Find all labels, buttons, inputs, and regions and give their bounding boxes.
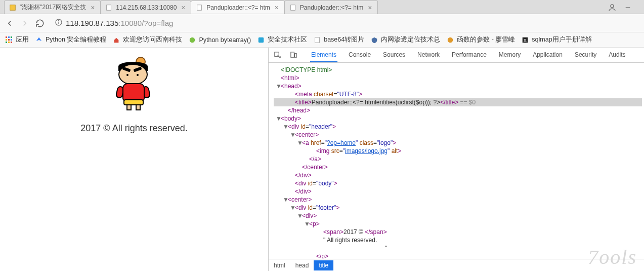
svg-rect-11 <box>11 36 12 38</box>
svg-rect-20 <box>315 37 320 43</box>
svg-rect-1 <box>107 5 111 10</box>
devtools-tab-security[interactable]: Security <box>574 48 597 62</box>
svg-rect-16 <box>8 42 10 43</box>
svg-point-8 <box>58 20 59 21</box>
forward-icon[interactable] <box>20 19 29 28</box>
reload-icon[interactable] <box>35 19 45 28</box>
devtools-panel: Elements Console Sources Network Perform… <box>268 48 644 271</box>
devtools-tab-performance[interactable]: Performance <box>451 48 488 62</box>
svg-point-18 <box>190 37 195 43</box>
favicon-icon <box>9 4 17 12</box>
svg-point-4 <box>611 5 614 8</box>
dom-tree[interactable]: <!DOCTYPE html> <html> ▼<head> <meta cha… <box>269 63 644 259</box>
svg-rect-10 <box>8 36 10 38</box>
browser-tab[interactable]: 114.215.68.133:10080 × <box>100 1 191 14</box>
svg-rect-3 <box>290 5 295 10</box>
tab-title: Panduploader::<?= htm <box>300 4 363 11</box>
tab-title: 114.215.68.133:10080 <box>116 4 177 11</box>
devtools-tab-elements[interactable]: Elements <box>310 48 337 62</box>
crumb-html[interactable]: html <box>269 260 290 270</box>
bookmark-item[interactable]: Python bytearray() <box>188 36 251 44</box>
svg-rect-26 <box>294 53 296 57</box>
close-icon[interactable]: × <box>273 4 280 12</box>
bookmark-icon <box>313 36 321 44</box>
bookmark-item[interactable]: 欢迎您访问西南科技 <box>112 35 182 44</box>
browser-tab[interactable]: "湖湘杯"2017网络安全技 × <box>4 1 101 14</box>
page-content: 2017 © All rights reserved. <box>0 48 268 271</box>
back-icon[interactable] <box>5 19 14 28</box>
apps-button[interactable]: 应用 <box>5 35 29 44</box>
close-icon[interactable]: × <box>180 4 187 12</box>
svg-rect-0 <box>10 5 16 10</box>
svg-rect-13 <box>8 39 10 41</box>
browser-tab-strip: "湖湘杯"2017网络安全技 × 114.215.68.133:10080 × … <box>0 0 644 14</box>
crumb-head[interactable]: head <box>290 260 314 270</box>
bookmark-icon <box>112 36 120 44</box>
devtools-tab-sources[interactable]: Sources <box>382 48 406 62</box>
close-icon[interactable]: × <box>366 4 373 12</box>
bookmark-item[interactable]: 内网渗透定位技术总 <box>370 35 440 44</box>
bookmark-item[interactable]: Python 安全编程教程 <box>35 35 106 44</box>
favicon-icon <box>289 4 297 12</box>
breadcrumb: html head title <box>269 259 644 271</box>
devtools-tab-console[interactable]: Console <box>348 48 372 62</box>
crumb-title[interactable]: title <box>314 260 333 270</box>
svg-rect-17 <box>11 42 12 43</box>
devtools-tab-audits[interactable]: Audits <box>608 48 626 62</box>
svg-text:S: S <box>524 37 527 43</box>
selected-dom-node[interactable]: …<title>Panduploader::<?= htmlentities(u… <box>274 98 642 106</box>
navigation-bar: 118.190.87.135:10080/?op=flag <box>0 14 644 32</box>
user-icon[interactable] <box>608 3 615 10</box>
devtools-toolbar: Elements Console Sources Network Perform… <box>269 48 644 63</box>
tab-title: Panduploader::<?= htm <box>206 4 270 11</box>
devtools-tabs: Elements Console Sources Network Perform… <box>310 48 627 62</box>
favicon-icon <box>195 4 203 12</box>
bookmark-item[interactable]: 函数的参数 - 廖雪峰 <box>446 35 515 44</box>
devtools-tab-network[interactable]: Network <box>416 48 441 62</box>
browser-tab-active[interactable]: Panduploader::<?= htm × <box>191 1 284 14</box>
bookmark-icon: S <box>521 36 529 44</box>
minimize-icon[interactable] <box>625 3 632 10</box>
bookmark-icon <box>446 36 454 44</box>
svg-rect-14 <box>11 39 12 41</box>
devtools-tab-memory[interactable]: Memory <box>498 48 522 62</box>
bookmarks-bar: 应用 Python 安全编程教程 欢迎您访问西南科技 Python bytear… <box>0 32 644 48</box>
bookmark-icon <box>35 36 43 44</box>
svg-rect-19 <box>259 37 264 43</box>
svg-rect-2 <box>197 5 202 10</box>
devtools-tab-application[interactable]: Application <box>532 48 564 62</box>
device-icon[interactable] <box>290 51 298 59</box>
bookmark-item[interactable]: Ssqlmap用户手册详解 <box>521 35 591 44</box>
apps-label: 应用 <box>16 35 29 44</box>
apps-icon <box>5 36 13 44</box>
bookmark-icon <box>370 36 378 44</box>
bookmark-icon <box>257 36 265 44</box>
bookmark-icon <box>188 36 196 44</box>
inspect-icon[interactable] <box>274 51 282 59</box>
tab-title: "湖湘杯"2017网络安全技 <box>20 3 86 12</box>
favicon-icon <box>105 4 113 12</box>
copyright-text: 2017 © All rights reserved. <box>0 123 268 134</box>
info-icon[interactable] <box>55 18 63 28</box>
svg-rect-12 <box>6 39 7 41</box>
browser-tab[interactable]: Panduploader::<?= htm × <box>284 1 378 14</box>
svg-rect-25 <box>291 52 294 57</box>
bookmark-item[interactable]: 安全技术社区 <box>257 35 307 44</box>
svg-point-21 <box>448 37 453 43</box>
bookmark-item[interactable]: base64转图片 <box>313 35 364 44</box>
logo-image <box>111 57 157 112</box>
svg-rect-15 <box>6 42 7 43</box>
url-text: 118.190.87.135:10080/?op=flag <box>66 19 173 27</box>
address-bar[interactable]: 118.190.87.135:10080/?op=flag <box>51 16 639 30</box>
svg-rect-9 <box>6 36 7 38</box>
close-icon[interactable]: × <box>89 4 96 12</box>
